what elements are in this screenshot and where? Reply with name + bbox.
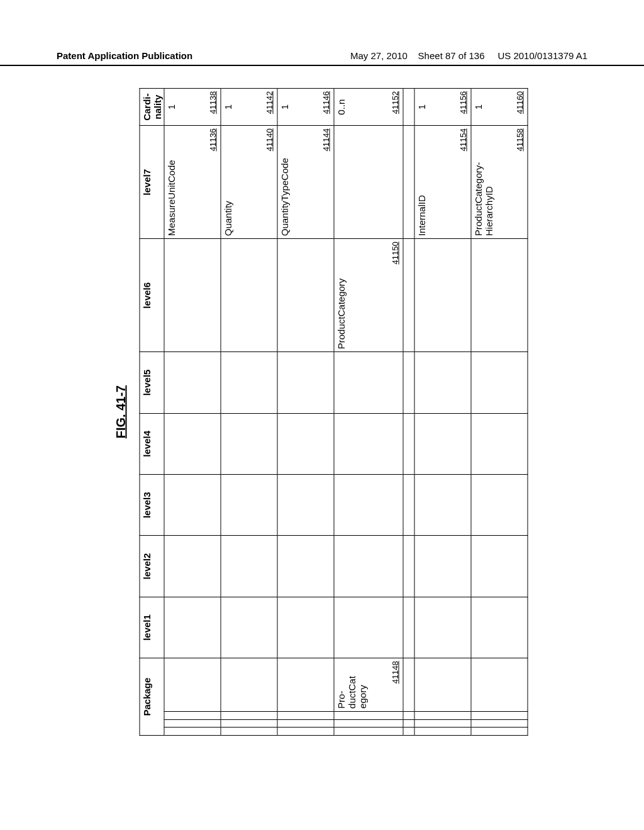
th-cardinality: Cardi- nality [140,89,164,126]
table-row: ProductCategory- HierarchyID41158 141160 [471,89,528,736]
publication-label: Patent Application Publication [57,50,192,61]
cell-package: Pro- ductCat egory [336,661,368,709]
cell-level7: Quantity [223,128,233,236]
cell-ref: 41148 [391,661,400,709]
cell-level6: ProductCategory [336,241,347,349]
cell-level7: MeasureUnitCode [166,128,177,236]
table-row: Quantity41140 141142 [221,89,277,736]
th-level3: level3 [140,475,164,536]
th-level1: level1 [140,597,164,658]
th-level5: level5 [140,352,164,413]
cell-ref: 41160 [515,91,525,123]
th-level2: level2 [140,536,164,597]
th-package: Package [140,658,164,736]
figure-title: FIG. 41-7 [114,88,128,736]
cell-ref: 41146 [321,91,331,123]
spacer-row [403,89,414,736]
table-row: InternalID41154 141156 [414,89,471,736]
th-level7: level7 [140,126,164,239]
cell-level7: ProductCategory- HierarchyID [473,128,494,236]
table-row: Pro- ductCat egory41148 ProductCategory4… [334,89,403,736]
cell-cardinality: 0..n [336,91,347,123]
figure-area: FIG. 41-7 Package level1 level2 level3 l… [50,88,591,736]
cell-cardinality: 1 [416,91,427,123]
th-level6: level6 [140,239,164,352]
cell-ref: 41136 [208,128,218,236]
cell-ref: 41154 [458,128,468,236]
cell-ref: 41142 [265,91,274,123]
cell-level7: QuantityTypeCode [279,128,290,236]
cell-ref: 41156 [458,91,468,123]
cell-ref: 41144 [321,128,331,236]
table-row: QuantityTypeCode41144 141146 [277,89,334,736]
cell-cardinality: 1 [223,91,233,123]
cell-cardinality: 1 [473,91,484,123]
publication-meta: May 27, 2010 Sheet 87 of 136 US 2010/013… [350,50,587,61]
cell-ref: 41158 [515,128,525,236]
data-table: Package level1 level2 level3 level4 leve… [140,88,528,736]
cell-ref: 41138 [208,91,218,123]
table-row: MeasureUnitCode41136 141138 [164,89,221,736]
cell-ref: 41152 [391,91,400,123]
cell-level7: InternalID [416,128,427,236]
cell-ref: 41140 [265,128,274,236]
page-header: Patent Application Publication May 27, 2… [0,50,644,66]
cell-ref: 41150 [391,241,400,349]
cell-cardinality: 1 [166,91,177,123]
cell-cardinality: 1 [279,91,290,123]
th-level4: level4 [140,413,164,474]
